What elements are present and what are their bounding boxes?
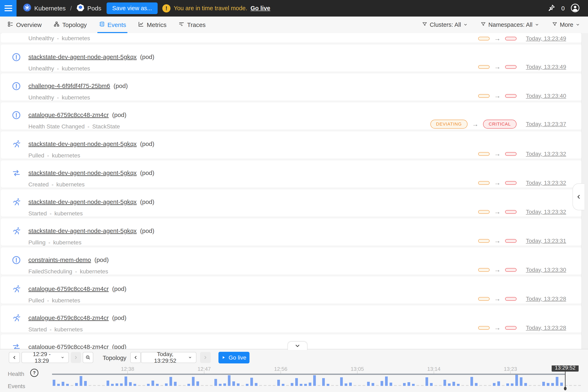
range-next-button[interactable] [71,352,81,363]
health-transition: → [478,295,516,302]
event-timestamp-link[interactable]: Today, 13:23:49 [526,35,566,42]
expand-timeline-button[interactable] [288,341,308,350]
event-entity-link[interactable]: stackstate-dev-agent-node-agent-5gkqx [28,54,136,60]
save-view-as-button[interactable]: Save view as... [106,2,158,14]
time-range-dropdown[interactable]: 12:29 - 13:29 [22,352,69,363]
go-live-button[interactable]: Go live [218,352,250,364]
event-row[interactable]: catalogue-6759c8cc48-zm4cr (pod) Pulled-… [1,276,582,304]
event-row[interactable]: stackstate-dev-agent-node-agent-5gkqx (p… [1,44,582,72]
health-badge-critical [505,239,516,243]
event-row[interactable]: catalogue-6759c8cc48-zm4cr (pod) Started… [1,306,582,332]
event-row-right: DEVIATING → CRITICAL Today, 13:23:37 [430,120,566,128]
event-title: catalogue-6759c8cc48-zm4cr (pod) [28,314,582,321]
event-timestamp-link[interactable]: Today, 13:23:30 [526,267,566,273]
event-row[interactable]: catalogue-6759c8cc48-zm4cr (pod) Health … [1,102,582,130]
more-filters[interactable]: More [552,22,580,28]
event-entity-link[interactable]: stackstate-dev-agent-node-agent-5gkqx [28,170,136,176]
main-menu-button[interactable] [0,0,16,16]
events-histogram[interactable] [0,365,588,386]
tab-label: Traces [187,22,206,28]
event-entity-link[interactable]: stackstate-dev-agent-node-agent-5gkqx [28,140,136,147]
event-gap-dash [88,385,91,386]
event-row[interactable]: Unhealthy-kubernetes → Today, 13:23:49 [1,33,582,42]
event-bar [524,383,527,386]
event-row[interactable]: stackstate-dev-agent-node-agent-5gkqx (p… [1,132,582,158]
namespaces-filter[interactable]: Namespaces: All [480,22,539,28]
health-badge-critical [505,65,516,69]
event-entity-link[interactable]: catalogue-6759c8cc48-zm4cr [28,286,109,292]
event-bar [380,381,383,386]
event-timestamp-link[interactable]: Today, 13:23:32 [526,180,566,186]
tab-label: Metrics [147,22,166,28]
go-live-link[interactable]: Go live [250,5,270,12]
event-timestamp-link[interactable]: Today, 13:23:31 [526,238,566,244]
event-timestamp-link[interactable]: Today, 13:23:37 [526,121,566,128]
range-prev-button[interactable] [9,352,20,363]
event-title: catalogue-6759c8cc48-zm4cr (pod) [28,112,582,118]
clusters-filter[interactable]: Clusters: All [422,22,468,28]
topbar-actions: 0 [547,0,580,16]
tab-metrics[interactable]: Metrics [138,16,166,33]
event-entity-link[interactable]: challenge-4-6f9fdf4f75-25bm6 [28,82,110,89]
breadcrumb-page[interactable]: Pods [88,5,101,12]
metrics-icon [138,21,144,28]
event-entity-link[interactable]: catalogue-6759c8cc48-zm4cr [28,314,109,321]
event-timestamp-link[interactable]: Today, 13:23:32 [526,151,566,157]
event-bar [255,383,258,386]
event-gap-dash [160,385,163,386]
tab-events[interactable]: Events [98,16,126,33]
arrow-right-icon: → [494,150,500,158]
event-row[interactable]: challenge-4-6f9fdf4f75-25bm6 (pod) Unhea… [1,74,582,100]
health-badge-deviating [478,37,490,40]
time-travel-warning: ! You are in time travel mode. Go live [162,0,270,16]
event-entity-link[interactable]: catalogue-6759c8cc48-zm4cr [28,112,109,118]
arrow-right-icon: → [472,120,478,128]
tab-overview[interactable]: Overview [7,16,42,33]
breadcrumb-app[interactable]: Kubernetes [34,5,66,12]
event-gap-dash [484,385,486,386]
filter-label: Namespaces: All [488,22,532,28]
event-timestamp-link[interactable]: Today, 13:23:28 [526,324,566,331]
health-transition: → [478,237,516,244]
event-entity-kind: (pod) [110,82,128,89]
topology-time-dropdown[interactable]: Today, 13:29:52 [141,352,196,363]
event-gap-dash [183,385,186,386]
health-badge-deviating [478,65,490,69]
event-gap-dash [206,385,208,386]
zoom-out-button[interactable] [83,352,93,363]
tab-traces[interactable]: Traces [178,16,206,33]
user-avatar-icon[interactable] [570,3,580,14]
event-entity-link[interactable]: constraints-mem-demo [28,256,91,263]
time-cursor-line[interactable] [565,372,566,388]
alert-event-icon [12,111,21,120]
time-cursor-handle[interactable] [564,387,566,390]
event-bar [475,383,478,386]
event-title: stackstate-dev-agent-node-agent-5gkqx (p… [28,54,582,60]
event-entity-kind: (pod) [136,198,154,205]
event-timestamp-link[interactable]: Today, 13:23:28 [526,296,566,302]
event-title: stackstate-dev-agent-node-agent-5gkqx (p… [28,198,582,206]
event-timestamp-link[interactable]: Today, 13:23:32 [526,209,566,215]
event-entity-link[interactable]: stackstate-dev-agent-node-agent-5gkqx [28,198,136,205]
event-gap-dash [142,385,145,386]
health-badge-deviating [478,239,490,243]
panel-collapse-handle[interactable] [572,183,584,210]
event-bar [309,382,311,386]
event-entity-link[interactable]: stackstate-dev-agent-node-agent-5gkqx [28,228,136,234]
event-row[interactable]: stackstate-dev-agent-node-agent-5gkqx (p… [1,160,582,188]
event-timestamp-link[interactable]: Today, 13:23:40 [526,93,566,99]
tab-topology[interactable]: Topology [54,16,87,33]
event-row[interactable]: stackstate-dev-agent-node-agent-5gkqx (p… [1,218,582,246]
event-bar [116,384,118,386]
event-entity-link[interactable]: catalogue-6759c8cc48-zm4cr [28,344,109,349]
event-bar [515,375,518,386]
topology-time-prev-button[interactable] [130,352,141,363]
topology-time-next-button[interactable] [200,352,211,363]
event-row[interactable]: stackstate-dev-agent-node-agent-5gkqx (p… [1,190,582,216]
event-row[interactable]: constraints-mem-demo (pod) FailedSchedul… [1,248,582,274]
pin-icon[interactable] [547,4,556,13]
event-timestamp-link[interactable]: Today, 13:23:49 [526,64,566,70]
event-bar [372,383,374,386]
filter-funnel-icon [422,22,427,28]
event-bar [385,376,388,386]
